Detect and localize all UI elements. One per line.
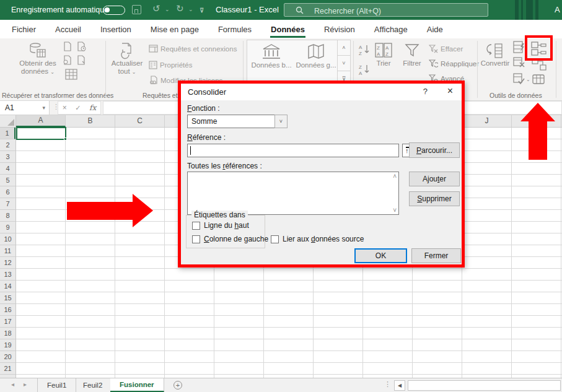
listbox-scroll-down-icon[interactable]: ˅ (393, 207, 397, 214)
stocks-data-type-button[interactable]: Données b... (250, 43, 293, 69)
scrollbar-splitter[interactable]: ⋮ (384, 380, 391, 388)
tab-fichier[interactable]: Fichier (11, 21, 37, 38)
fill-handle[interactable] (64, 137, 67, 141)
redo-icon[interactable]: ↻ (176, 3, 184, 14)
recent-sources-icon[interactable] (76, 41, 87, 52)
listbox-scroll-up-icon[interactable]: ˄ (393, 173, 397, 180)
delete-button[interactable]: Supprimer (409, 191, 460, 206)
add-button[interactable]: Ajouter (409, 172, 460, 186)
gallery-scroll-down-icon[interactable]: ˅ (338, 56, 350, 71)
tab-accueil[interactable]: Accueil (55, 21, 82, 38)
data-validation-dropdown-icon[interactable]: ⌄ (526, 77, 530, 82)
row-header[interactable]: 21 (0, 363, 15, 375)
column-header[interactable]: C (115, 115, 165, 127)
from-text-file-icon[interactable] (62, 41, 73, 52)
tab-donnees[interactable]: Données (270, 21, 305, 38)
all-references-listbox[interactable]: ˄ ˅ (187, 172, 399, 215)
function-select[interactable]: Somme ˅ (187, 115, 288, 128)
refresh-all-button[interactable]: Actualiser tout ⌄ (109, 42, 145, 76)
tab-insertion[interactable]: Insertion (100, 21, 132, 38)
sheet-tab-feuil1[interactable]: Feuil1 (37, 378, 76, 392)
column-header[interactable]: A (16, 115, 66, 127)
from-web-icon[interactable] (62, 54, 73, 66)
get-data-button[interactable]: Obtenir des données ⌄ (17, 42, 58, 76)
sort-az-icon[interactable]: A Z (358, 43, 372, 56)
row-header[interactable]: 17 (0, 316, 15, 328)
ok-button[interactable]: OK (354, 248, 407, 263)
row-header[interactable]: 6 (0, 186, 15, 198)
row-header[interactable]: 10 (0, 233, 15, 245)
row-header[interactable]: 13 (0, 269, 15, 281)
clear-filter-button[interactable]: Effacer (429, 45, 463, 53)
row-header[interactable]: 20 (0, 351, 15, 363)
row-header[interactable]: 7 (0, 198, 15, 210)
row-header[interactable]: 3 (0, 151, 15, 163)
save-icon[interactable] (132, 5, 141, 14)
browse-button[interactable]: Parcourir... (409, 142, 460, 158)
top-row-checkbox[interactable] (192, 222, 200, 230)
row-header[interactable]: 11 (0, 245, 15, 257)
sheet-nav-left-icon[interactable]: ◂ (11, 381, 14, 388)
tab-mise-en-page[interactable]: Mise en page (150, 21, 200, 38)
gallery-scroll-up-icon[interactable]: ˄ (338, 40, 350, 56)
h-scrollbar-thumb[interactable] (408, 380, 561, 391)
data-validation-icon[interactable] (513, 73, 525, 85)
quick-access-options-icon[interactable]: ⊽ (200, 7, 204, 14)
sheet-tab-feuil2[interactable]: Feuil2 (74, 378, 112, 392)
autosave-toggle[interactable] (103, 6, 125, 15)
left-column-checkbox[interactable] (192, 235, 200, 243)
row-header[interactable]: 1 (0, 128, 15, 139)
select-all-corner[interactable] (0, 115, 16, 128)
name-box[interactable]: A1 ▾ (0, 101, 50, 115)
properties-button[interactable]: Propriétés (149, 61, 192, 69)
search-input[interactable]: Rechercher (Alt+Q) (284, 3, 488, 17)
scroll-left-icon[interactable]: ◀ (394, 380, 405, 391)
selected-cell-a1[interactable] (16, 127, 66, 140)
undo-dropdown-icon[interactable]: ⌄ (165, 6, 170, 12)
flash-fill-icon[interactable] (513, 41, 525, 53)
row-header[interactable]: 12 (0, 257, 15, 269)
from-table-icon[interactable] (64, 68, 78, 81)
tab-affichage[interactable]: Affichage (374, 21, 408, 38)
close-icon[interactable]: × (447, 85, 453, 97)
tab-formules[interactable]: Formules (217, 21, 252, 38)
row-header[interactable]: 8 (0, 210, 15, 222)
geography-data-type-button[interactable]: Données g... (294, 43, 338, 69)
tab-aide[interactable]: Aide (426, 21, 444, 38)
row-header[interactable]: 19 (0, 339, 15, 351)
sort-dialog-button[interactable]: Z A A Z Trier (372, 42, 395, 68)
close-dialog-button[interactable]: Fermer (411, 248, 461, 263)
link-source-checkbox[interactable] (271, 235, 279, 243)
filter-button[interactable]: Filtrer (399, 42, 425, 68)
row-header[interactable]: 14 (0, 281, 15, 292)
sheet-nav-right-icon[interactable]: ▸ (24, 381, 27, 388)
text-to-columns-button[interactable]: Convertir (480, 42, 511, 68)
cancel-icon[interactable]: × (63, 103, 67, 112)
help-icon[interactable]: ? (423, 87, 428, 96)
insert-function-icon[interactable]: fx (89, 103, 96, 112)
redo-dropdown-icon[interactable]: ⌄ (188, 6, 193, 12)
row-header[interactable]: 2 (0, 139, 15, 151)
add-sheet-icon[interactable]: + (173, 381, 182, 390)
reapply-filter-button[interactable]: Réappliquer (429, 59, 479, 68)
column-header[interactable]: J (462, 115, 512, 127)
tab-revision[interactable]: Révision (323, 21, 356, 38)
existing-connections-icon[interactable] (76, 54, 87, 66)
name-box-dropdown-icon[interactable]: ▾ (42, 101, 45, 115)
row-header[interactable]: 15 (0, 292, 15, 304)
sheet-tab-fusionner[interactable]: Fusionner (110, 378, 164, 392)
sort-za-icon[interactable]: Z A (358, 63, 372, 76)
enter-icon[interactable]: ✓ (75, 104, 81, 112)
row-header[interactable]: 18 (0, 328, 15, 339)
combo-chevron-down-icon[interactable]: ˅ (274, 115, 288, 128)
dialog-title-bar[interactable]: Consolider ? × (181, 84, 462, 100)
row-header[interactable]: 4 (0, 163, 15, 175)
remove-duplicates-icon[interactable] (513, 57, 525, 69)
manage-data-model-icon[interactable] (532, 73, 545, 85)
queries-connections-button[interactable]: Requêtes et connexions (149, 45, 237, 53)
reference-input[interactable] (187, 144, 399, 157)
row-header[interactable]: 16 (0, 304, 15, 316)
column-header[interactable]: B (66, 115, 115, 127)
row-header[interactable]: 5 (0, 175, 15, 186)
undo-icon[interactable]: ↺ (152, 3, 160, 14)
